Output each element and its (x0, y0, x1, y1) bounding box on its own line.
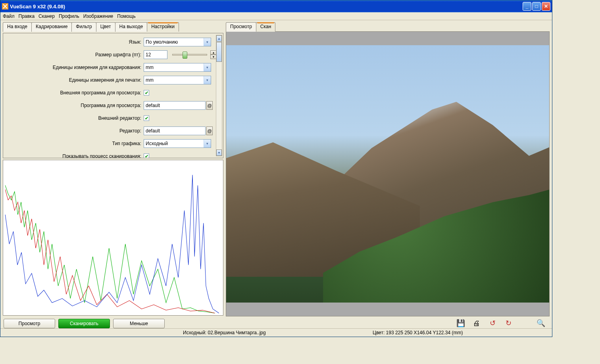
fontsize-label: Размер шрифта (пт): (6, 52, 144, 57)
editor-label: Редактор: (6, 128, 144, 134)
print-units-label: Единицы измерения для печати: (6, 77, 144, 83)
tab-preview[interactable]: Просмотр (226, 22, 256, 32)
titlebar: VueScan 9 x32 (9.4.08) _ □ ✕ (0, 0, 552, 12)
tab-input[interactable]: На входе (3, 22, 32, 32)
editor-browse-button[interactable]: @ (206, 126, 213, 135)
ext-viewer-label: Внешняя программа для просмотра: (6, 90, 144, 96)
app-icon (2, 3, 8, 10)
status-info: Цвет: 193 225 250 X146.04 Y122.34 (mm) (369, 330, 552, 335)
statusbar: Исходный: 02.Вершина Чимтарга..jpg Цвет:… (0, 328, 552, 336)
graph-type-select[interactable]: Исходный (144, 139, 211, 148)
viewer-input[interactable] (144, 101, 206, 110)
status-file: Исходный: 02.Вершина Чимтарга..jpg (179, 330, 369, 335)
window-title: VueScan 9 x32 (9.4.08) (10, 4, 523, 10)
close-button[interactable]: ✕ (542, 2, 550, 11)
tab-color[interactable]: Цвет (96, 22, 115, 32)
histogram-chart (3, 160, 223, 315)
image-toolbar: 💾 🖨 ↺ ↻ 🔍 (226, 316, 550, 328)
minimize-button[interactable]: _ (523, 2, 531, 11)
crop-units-select[interactable]: mm (144, 63, 211, 72)
menu-image[interactable]: Изображение (83, 13, 113, 19)
scroll-down-button[interactable]: ▼ (216, 149, 222, 156)
show-progress-checkbox[interactable]: ✔ (144, 153, 149, 158)
menu-file[interactable]: Файл (3, 13, 15, 19)
scanned-image[interactable] (226, 45, 549, 303)
scan-button[interactable]: Сканировать (58, 319, 110, 328)
menu-edit[interactable]: Правка (19, 13, 35, 19)
print-icon[interactable]: 🖨 (471, 318, 482, 328)
language-select[interactable]: По умолчанию (144, 38, 211, 46)
zoom-icon[interactable]: 🔍 (535, 318, 546, 328)
ext-editor-label: Внешний редактор: (6, 115, 144, 121)
fontsize-slider[interactable] (172, 54, 207, 56)
menu-scanner[interactable]: Сканер (38, 13, 55, 19)
tab-settings[interactable]: Настройки (147, 22, 179, 32)
menu-profile[interactable]: Профиль (59, 13, 79, 19)
crop-units-label: Единицы измерения для кадрирования: (6, 65, 144, 70)
action-buttons: Просмотр Сканировать Меньше (3, 317, 223, 328)
tab-filter[interactable]: Фильтр (71, 22, 96, 32)
settings-panel: ▲ ▼ Язык: По умолчанию Размер шрифта (пт… (3, 33, 223, 158)
language-label: Язык: (6, 39, 144, 45)
print-units-select[interactable]: mm (144, 76, 211, 84)
menu-help[interactable]: Помощь (117, 13, 135, 19)
scroll-up-button[interactable]: ▲ (216, 35, 222, 42)
maximize-button[interactable]: □ (532, 2, 541, 11)
rotate-left-icon[interactable]: ↺ (487, 318, 498, 328)
save-icon[interactable]: 💾 (455, 318, 466, 328)
left-tabs: На входе Кадрирование Фильтр Цвет На вых… (3, 22, 223, 31)
tab-scan[interactable]: Скан (256, 22, 275, 32)
fontsize-input[interactable] (144, 50, 167, 59)
ext-viewer-checkbox[interactable]: ✔ (144, 90, 149, 96)
preview-button[interactable]: Просмотр (4, 319, 55, 328)
less-button[interactable]: Меньше (113, 319, 165, 328)
preview-panel (226, 31, 550, 316)
tab-output[interactable]: На выходе (115, 22, 148, 32)
ext-editor-checkbox[interactable]: ✔ (144, 115, 149, 121)
viewer-browse-button[interactable]: @ (206, 101, 213, 110)
editor-input[interactable] (144, 126, 206, 135)
right-tabs: Просмотр Скан (226, 22, 550, 31)
menubar: Файл Правка Сканер Профиль Изображение П… (0, 12, 552, 20)
rotate-right-icon[interactable]: ↻ (503, 318, 514, 328)
tab-crop[interactable]: Кадрирование (31, 22, 72, 32)
histogram-panel (3, 160, 223, 316)
graph-type-label: Тип графика: (6, 141, 144, 146)
scroll-thumb[interactable] (216, 42, 222, 62)
show-progress-label: Показывать процесс сканирования: (6, 153, 144, 158)
viewer-label: Программа для просмотра: (6, 103, 144, 108)
scrollbar[interactable]: ▲ ▼ (216, 35, 222, 156)
